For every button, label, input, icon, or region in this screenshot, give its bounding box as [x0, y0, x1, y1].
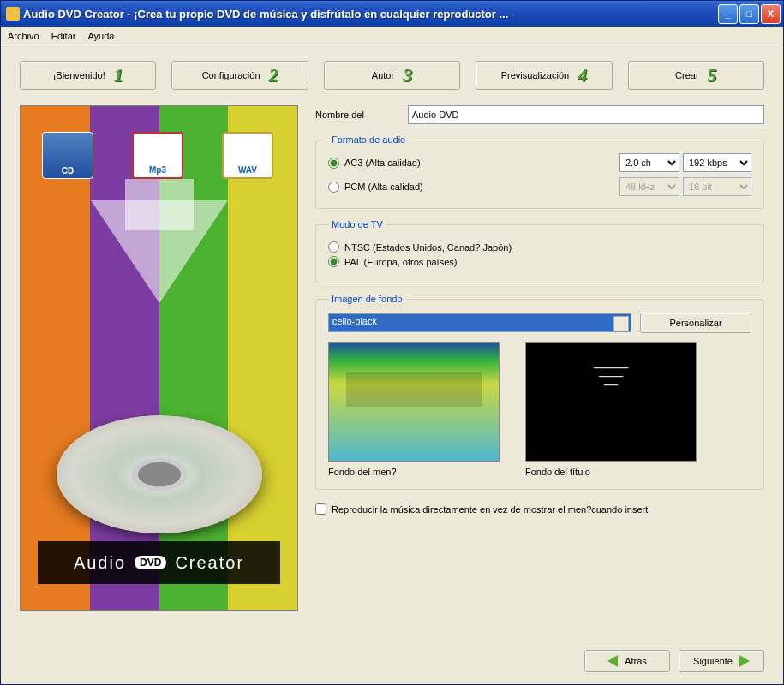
bitdepth-select: 16 bit: [683, 177, 751, 196]
step-welcome[interactable]: ¡Bienvenido! 1: [20, 61, 156, 90]
step-number: 1: [114, 64, 123, 86]
app-window: Audio DVD Creator - ¡Crea tu propio DVD …: [0, 0, 784, 685]
step-number: 5: [708, 64, 717, 86]
ac3-label: AC3 (Alta calidad): [344, 158, 421, 168]
tv-mode-group: Modo de TV NTSC (Estados Unidos, Canad? …: [315, 219, 764, 283]
step-number: 4: [578, 64, 587, 86]
pcm-radio[interactable]: [328, 182, 339, 193]
wav-icon: WAV: [222, 132, 273, 179]
channels-select[interactable]: 2.0 ch: [619, 153, 679, 172]
mp3-icon: Mp3: [132, 132, 183, 179]
pal-radio[interactable]: [328, 256, 339, 267]
ntsc-radio[interactable]: [328, 241, 339, 253]
background-legend: Imagen de fondo: [328, 294, 406, 304]
step-label: Crear: [675, 70, 699, 80]
samplerate-select: 48 kHz: [619, 177, 679, 196]
step-label: Autor: [372, 70, 394, 80]
tv-mode-legend: Modo de TV: [328, 219, 386, 229]
bitrate-select[interactable]: 192 kbps: [683, 153, 751, 172]
disc-icon: [57, 415, 262, 533]
arrow-right-icon: [739, 655, 750, 667]
ac3-radio[interactable]: [328, 158, 339, 169]
titlebar: Audio DVD Creator - ¡Crea tu propio DVD …: [1, 1, 783, 27]
background-select[interactable]: cello-black: [328, 313, 631, 332]
back-button[interactable]: Atrás: [584, 650, 670, 672]
content-area: ¡Bienvenido! 1 Configuración 2 Autor 3 P…: [1, 45, 783, 684]
wizard-illustration: CD Mp3 WAV Audio DVD Creator: [20, 105, 298, 611]
wizard-nav: Atrás Siguiente: [20, 638, 764, 672]
ntsc-label: NTSC (Estados Unidos, Canad? Japón): [344, 242, 512, 253]
title-background-preview[interactable]: ━━━━━━━━━━━━━━━━━━━━━: [525, 342, 697, 462]
close-button[interactable]: X: [761, 4, 781, 24]
wizard-steps: ¡Bienvenido! 1 Configuración 2 Autor 3 P…: [20, 61, 764, 90]
cd-icon: CD: [42, 132, 93, 179]
minimize-button[interactable]: _: [718, 4, 738, 24]
step-preview[interactable]: Previsualización 4: [476, 61, 612, 90]
menu-help[interactable]: Ayuda: [87, 31, 114, 41]
step-config[interactable]: Configuración 2: [171, 61, 308, 90]
audio-format-legend: Formato de audio: [328, 134, 409, 145]
title-background-label: Fondo del título: [525, 467, 697, 477]
menubar: Archivo Editar Ayuda: [1, 27, 783, 45]
config-form: Nombre del Formato de audio AC3 (Alta ca…: [315, 105, 764, 638]
chevron-down-icon: [619, 320, 625, 325]
menu-background-preview[interactable]: [328, 342, 500, 462]
step-author[interactable]: Autor 3: [324, 61, 460, 90]
arrow-left-icon: [607, 655, 618, 667]
audio-format-group: Formato de audio AC3 (Alta calidad) 2.0 …: [315, 134, 764, 209]
menu-background-label: Fondo del men?: [328, 467, 500, 477]
illustration-caption: Audio DVD Creator: [38, 541, 280, 584]
play-directly-label: Reproducir la música directamente en vez…: [332, 504, 648, 515]
menu-file[interactable]: Archivo: [8, 31, 39, 41]
pal-label: PAL (Europa, otros países): [344, 257, 457, 267]
step-label: Previsualización: [501, 70, 569, 80]
name-label: Nombre del: [315, 110, 392, 120]
step-label: Configuración: [202, 70, 260, 80]
next-button[interactable]: Siguiente: [679, 650, 764, 672]
step-label: ¡Bienvenido!: [53, 70, 105, 80]
menu-edit[interactable]: Editar: [51, 31, 76, 41]
dvd-name-input[interactable]: [408, 105, 764, 124]
step-number: 2: [269, 64, 278, 86]
maximize-button[interactable]: □: [739, 4, 759, 24]
step-create[interactable]: Crear 5: [628, 61, 764, 90]
app-icon: [6, 7, 20, 21]
pcm-label: PCM (Alta calidad): [344, 182, 423, 192]
background-group: Imagen de fondo cello-black Personalizar…: [315, 294, 764, 490]
play-directly-checkbox[interactable]: [315, 503, 326, 515]
step-number: 3: [403, 64, 412, 86]
window-title: Audio DVD Creator - ¡Crea tu propio DVD …: [23, 8, 718, 21]
customize-button[interactable]: Personalizar: [640, 313, 751, 333]
